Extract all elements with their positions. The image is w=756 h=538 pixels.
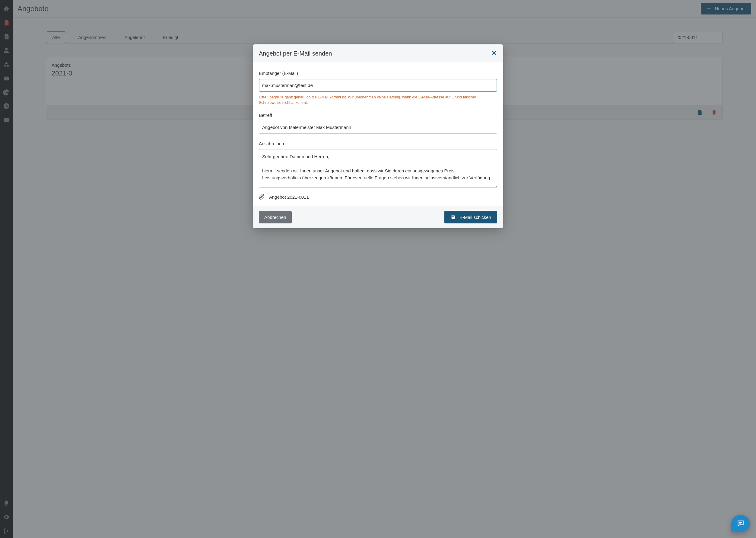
paperclip-icon [259, 194, 265, 200]
chat-icon [737, 519, 744, 527]
modal-close-button[interactable] [491, 50, 497, 57]
body-label: Anschreiben [259, 141, 497, 146]
modal-header: Angebot per E-Mail senden [253, 44, 503, 62]
send-email-button-label: E-Mail schicken [459, 215, 491, 220]
modal-body: Empfänger (E-Mail) Bitte überprüfe ganz … [253, 62, 503, 206]
subject-group: Betreff [259, 113, 497, 134]
recipient-label: Empfänger (E-Mail) [259, 71, 497, 76]
send-email-modal: Angebot per E-Mail senden Empfänger (E-M… [253, 44, 503, 228]
close-icon [491, 50, 497, 56]
attachment-label: Angebot 2021-0011 [269, 194, 309, 199]
send-email-button[interactable]: E-Mail schicken [445, 211, 497, 223]
body-textarea[interactable] [259, 149, 497, 188]
subject-input[interactable] [259, 121, 497, 134]
chat-widget-button[interactable] [731, 515, 750, 532]
recipient-group: Empfänger (E-Mail) Bitte überprüfe ganz … [259, 71, 497, 105]
recipient-input[interactable] [259, 79, 497, 92]
save-icon [450, 214, 456, 220]
cancel-button[interactable]: Abbrechen [259, 211, 292, 223]
modal-footer: Abbrechen E-Mail schicken [253, 206, 503, 228]
body-group: Anschreiben [259, 141, 497, 189]
attachment-row: Angebot 2021-0011 [259, 194, 497, 200]
recipient-help-text: Bitte überprüfe ganz genau, ob die E-Mai… [259, 95, 497, 105]
modal-title: Angebot per E-Mail senden [259, 50, 332, 57]
subject-label: Betreff [259, 113, 497, 118]
